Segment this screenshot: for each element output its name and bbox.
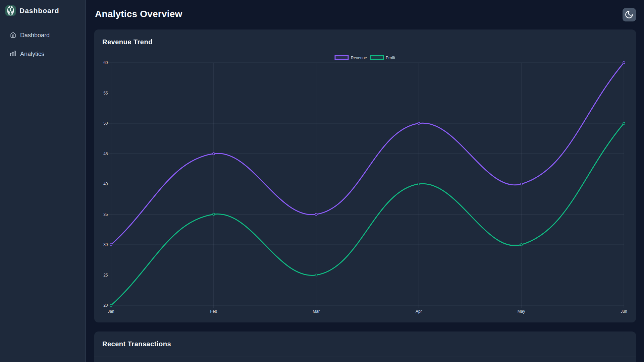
svg-text:20: 20 [103,303,108,308]
svg-text:60: 60 [103,60,108,65]
svg-text:25: 25 [103,273,108,278]
svg-text:45: 45 [103,152,108,156]
svg-text:35: 35 [103,212,108,217]
svg-text:30: 30 [103,242,108,247]
svg-text:50: 50 [103,121,108,126]
svg-text:Jan: Jan [108,309,114,314]
svg-text:Profit: Profit [386,56,395,60]
svg-text:May: May [518,309,525,314]
svg-text:Jun: Jun [621,309,627,314]
svg-text:Revenue: Revenue [351,56,367,60]
svg-text:Mar: Mar [313,309,320,314]
svg-text:Apr: Apr [416,309,422,314]
svg-text:Feb: Feb [210,309,217,314]
svg-text:40: 40 [103,182,108,186]
svg-text:55: 55 [103,91,108,96]
